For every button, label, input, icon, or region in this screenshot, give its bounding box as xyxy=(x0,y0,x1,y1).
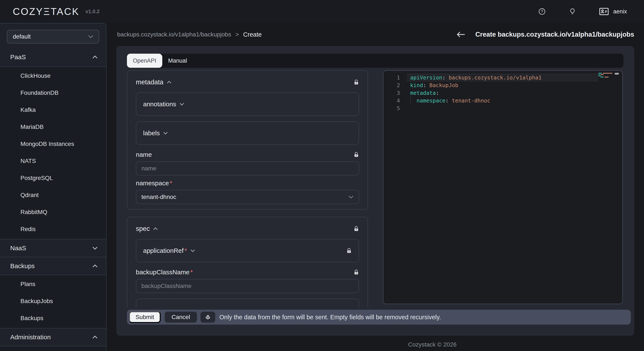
chevron-down-icon xyxy=(163,132,168,134)
sidebar-section-label: PaaS xyxy=(10,54,26,61)
labels-label: labels xyxy=(143,130,160,137)
backup-class-name-label: backupClassName xyxy=(136,268,190,276)
svg-text:?: ? xyxy=(541,9,543,14)
bug-icon xyxy=(204,314,211,320)
yaml-editor[interactable]: 1apiVersion: backups.cozystack.io/v1alph… xyxy=(383,70,623,304)
app-logo: COZYΞTACK xyxy=(13,6,80,17)
unlock-icon[interactable] xyxy=(354,226,359,232)
sidebar-item-mariadb[interactable]: MariaDB xyxy=(0,118,106,136)
sidebar-section-naas[interactable]: NaaS xyxy=(0,239,106,257)
context-select[interactable]: default xyxy=(7,30,99,44)
sidebar-item-backups[interactable]: Backups xyxy=(0,310,106,327)
create-panel: OpenAPIManual metadata xyxy=(116,46,634,336)
required-marker: * xyxy=(184,247,187,254)
tab-manual[interactable]: Manual xyxy=(162,54,193,68)
plan-ref-group[interactable]: planRef xyxy=(136,298,359,308)
code-line-1[interactable]: 1apiVersion: backups.cozystack.io/v1alph… xyxy=(383,74,622,81)
breadcrumb-separator: > xyxy=(235,31,239,38)
namespace-field-label: namespace xyxy=(136,180,169,187)
main-area: backups.cozystack.io/v1alpha1/backupjobs… xyxy=(106,23,644,351)
editor-scrollbar-thumb[interactable] xyxy=(614,73,619,74)
form-column: metadata annotations xyxy=(127,70,368,308)
back-arrow-icon[interactable] xyxy=(456,31,465,38)
namespace-select[interactable]: tenant-dhnoc xyxy=(136,190,359,204)
sidebar-item-rabbitmq[interactable]: RabbitMQ xyxy=(0,204,106,221)
sidebar-item-info[interactable]: Info xyxy=(0,347,106,351)
sidebar-item-redis[interactable]: Redis xyxy=(0,221,106,238)
top-bar: COZYΞTACK v1.0.2 ? aenix xyxy=(0,0,644,23)
application-ref-label: applicationRef xyxy=(143,247,184,254)
breadcrumb: backups.cozystack.io/v1alpha1/backupjobs… xyxy=(117,31,262,38)
sidebar-section-label: Backups xyxy=(10,262,35,270)
chevron-down-icon xyxy=(348,195,354,199)
sidebar-section-label: NaaS xyxy=(10,244,26,252)
required-marker: * xyxy=(170,180,172,187)
app-version: v1.0.2 xyxy=(86,8,100,14)
sidebar: default PaaSClickHouseFoundationDBKafkaM… xyxy=(0,23,106,351)
sidebar-section-backups[interactable]: Backups xyxy=(0,257,106,275)
chevron-up-icon xyxy=(167,81,172,84)
page-title: Create backups.cozystack.io/v1alpha1/bac… xyxy=(475,31,634,38)
sidebar-item-qdrant[interactable]: Qdrant xyxy=(0,186,106,204)
name-field-label: name xyxy=(136,151,152,158)
metadata-card: metadata annotations xyxy=(127,70,368,210)
annotations-group[interactable]: annotations xyxy=(136,92,359,116)
annotations-label: annotations xyxy=(143,100,176,108)
sidebar-item-mongodb-instances[interactable]: MongoDB Instances xyxy=(0,136,106,152)
breadcrumb-resource-link[interactable]: backups.cozystack.io/v1alpha1/backupjobs xyxy=(117,31,231,38)
plan-ref-label: planRef xyxy=(143,307,165,308)
sidebar-item-clickhouse[interactable]: ClickHouse xyxy=(0,67,106,84)
unlock-icon[interactable] xyxy=(346,307,352,308)
unlock-icon[interactable] xyxy=(346,248,352,254)
sidebar-section-administration[interactable]: Administration xyxy=(0,328,106,346)
breadcrumb-current: Create xyxy=(243,31,262,38)
application-ref-group[interactable]: applicationRef* xyxy=(136,239,359,262)
form-note: Only the data from the form will be sent… xyxy=(219,314,441,321)
action-bar: Submit Cancel Only the data from the for… xyxy=(127,310,631,324)
spec-card-title: spec xyxy=(136,225,150,232)
backup-class-name-input[interactable] xyxy=(136,279,359,293)
editor-lines: 1apiVersion: backups.cozystack.io/v1alph… xyxy=(383,71,622,112)
code-line-2[interactable]: 2kind: BackupJob xyxy=(383,81,622,89)
sidebar-submenu-paas: ClickHouseFoundationDBKafkaMariaDBMongoD… xyxy=(0,66,106,239)
sidebar-section-label: Administration xyxy=(10,334,51,341)
unlock-icon[interactable] xyxy=(354,79,359,86)
spec-card: spec applicationRef* xyxy=(127,217,368,308)
sidebar-submenu-backups: PlansBackupJobsBackups xyxy=(0,275,106,328)
metadata-card-title: metadata xyxy=(136,78,163,86)
chevron-up-icon xyxy=(92,56,98,59)
chevron-down-icon xyxy=(190,249,195,252)
user-name: aenix xyxy=(613,8,627,15)
code-line-4[interactable]: 4 namespace: tenant-dhnoc xyxy=(383,97,622,104)
sidebar-item-foundationdb[interactable]: FoundationDB xyxy=(0,84,106,102)
code-line-5[interactable]: 5 xyxy=(383,104,622,112)
chevron-up-icon xyxy=(92,336,98,339)
sidebar-item-kafka[interactable]: Kafka xyxy=(0,102,106,118)
sidebar-nav: PaaSClickHouseFoundationDBKafkaMariaDBMo… xyxy=(0,48,106,351)
code-line-3[interactable]: 3metadata: xyxy=(383,89,622,97)
unlock-icon[interactable] xyxy=(354,269,359,276)
cancel-button[interactable]: Cancel xyxy=(164,312,197,323)
sidebar-section-paas[interactable]: PaaS xyxy=(0,48,106,66)
sidebar-submenu-administration: Info xyxy=(0,346,106,351)
chevron-down-icon xyxy=(92,246,98,250)
unlock-icon[interactable] xyxy=(354,152,359,158)
sidebar-item-postgresql[interactable]: PostgreSQL xyxy=(0,170,106,186)
name-input[interactable] xyxy=(136,162,359,176)
user-menu[interactable]: aenix xyxy=(599,8,627,15)
debug-button[interactable] xyxy=(200,312,216,323)
copyright: Cozystack © 2026 xyxy=(408,341,456,348)
sidebar-item-nats[interactable]: NATS xyxy=(0,152,106,170)
sidebar-item-backupjobs[interactable]: BackupJobs xyxy=(0,293,106,310)
sidebar-item-plans[interactable]: Plans xyxy=(0,276,106,293)
submit-button[interactable]: Submit xyxy=(129,312,160,323)
namespace-select-value: tenant-dhnoc xyxy=(142,194,176,200)
tab-openapi[interactable]: OpenAPI xyxy=(127,54,162,68)
labels-group[interactable]: labels xyxy=(136,122,359,145)
tabstrip: OpenAPIManual xyxy=(127,54,624,68)
chevron-up-icon xyxy=(153,227,158,230)
help-icon[interactable]: ? xyxy=(538,8,546,15)
editor-minimap[interactable] xyxy=(598,73,616,78)
context-select-value: default xyxy=(13,33,31,40)
lightbulb-icon[interactable] xyxy=(569,8,576,15)
